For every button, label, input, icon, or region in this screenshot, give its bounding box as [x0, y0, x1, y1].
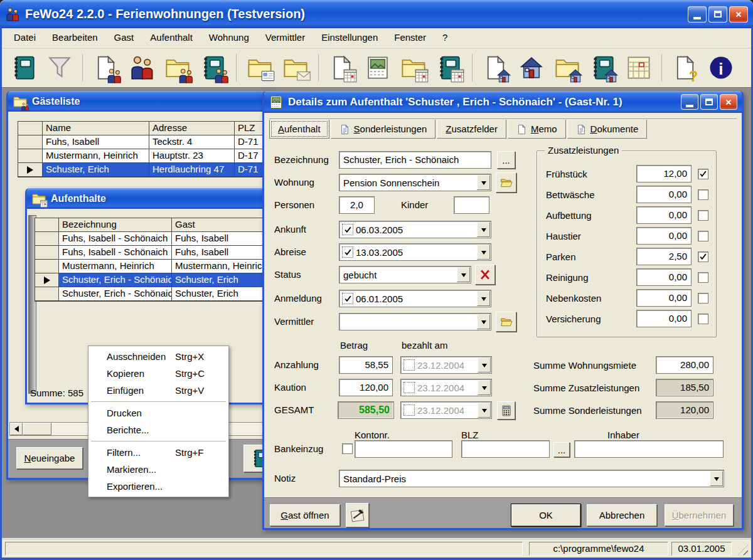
context-menu-item[interactable]: Berichte...	[89, 421, 228, 438]
table-row[interactable]: Schuster, Erich Herdlauchring 47 D-71	[18, 163, 271, 177]
tab-zusatzfelder[interactable]: Zusatzfelder	[437, 119, 506, 139]
vermittler-dropdown-button[interactable]	[477, 314, 490, 329]
ankunft-date-combo[interactable]: 06.03.2005	[339, 221, 491, 238]
gaesteliste-title-bar[interactable]: Gästeliste	[8, 91, 269, 112]
column-header-bezeichnung[interactable]: Bezeichnung	[59, 218, 172, 232]
blz-field[interactable]	[461, 440, 550, 458]
toolbar-apartment-folder-button[interactable]	[549, 50, 585, 86]
uebernehmen-button[interactable]: Übernehmen	[665, 504, 734, 526]
zusatzleistung-amount-field[interactable]: 0,00	[636, 227, 692, 245]
toolbar-new-guest-button[interactable]	[88, 50, 124, 86]
kaution-paid-dropdown-button[interactable]	[478, 380, 491, 395]
table-row[interactable]: Fuhs, Isabell - Schönaich Fuhs, Isabell	[35, 246, 275, 260]
kinder-field[interactable]	[454, 196, 489, 214]
toolbar-stay-list-button[interactable]	[431, 50, 467, 86]
menubar-item[interactable]: Fenster	[386, 28, 434, 47]
abbrechen-button[interactable]: Abbrechen	[587, 504, 657, 526]
ankunft-dropdown-button[interactable]	[477, 222, 490, 237]
anzahlung-paid-dropdown-button[interactable]	[478, 357, 491, 372]
dialog-close-button[interactable]	[720, 94, 737, 110]
toolbar-stay-photo-button[interactable]	[360, 50, 395, 86]
wohnung-open-button[interactable]	[496, 172, 516, 193]
kaution-paid-checkbox[interactable]	[403, 382, 415, 393]
column-header-adresse[interactable]: Adresse	[149, 122, 235, 135]
blz-ellipsis-button[interactable]: ...	[553, 442, 570, 457]
close-button[interactable]	[729, 6, 748, 23]
gesamt-paid-dropdown-button[interactable]	[478, 403, 491, 418]
toolbar-help-button[interactable]	[667, 50, 703, 86]
zusatzleistung-amount-field[interactable]: 12,00	[636, 165, 692, 182]
context-menu-item[interactable]: Einfügen Strg+V	[89, 382, 228, 399]
calculator-button[interactable]	[497, 401, 515, 420]
tab-aufenthalt[interactable]: Aufenthalt	[269, 119, 329, 139]
context-menu-item[interactable]: Markieren...	[89, 461, 228, 478]
kontonr-field[interactable]	[355, 440, 452, 458]
abreise-dropdown-button[interactable]	[477, 245, 490, 260]
menubar-item[interactable]: Datei	[6, 28, 44, 47]
notiz-dropdown-button[interactable]	[710, 471, 723, 486]
tab-memo[interactable]: Memo	[508, 119, 566, 139]
scroll-left-button[interactable]	[10, 423, 23, 435]
gesamt-paid-checkbox[interactable]	[403, 404, 415, 416]
bezeichnung-ellipsis-button[interactable]: ...	[497, 151, 515, 169]
column-header-gast[interactable]: Gast	[172, 218, 275, 232]
notiz-combo[interactable]: Standard-Preis	[339, 470, 724, 487]
vermittler-open-button[interactable]	[496, 312, 516, 332]
vermittler-combo[interactable]	[339, 313, 491, 330]
tab-dokumente[interactable]: Dokumente	[567, 119, 648, 139]
resize-grip[interactable]	[738, 545, 748, 555]
table-row[interactable]: Schuster, Erich - Schönaich Schuster, Er…	[35, 287, 275, 301]
table-row[interactable]: Fuhs, Isabell Teckstr. 4 D-71	[18, 135, 271, 149]
context-menu-item[interactable]: Exportieren...	[89, 478, 228, 495]
zusatzleistung-amount-field[interactable]: 2,50	[636, 248, 692, 265]
zusatzleistung-checkbox[interactable]	[698, 293, 708, 304]
menubar-item[interactable]: Wohnung	[201, 28, 257, 47]
anmeldung-checkbox[interactable]	[342, 293, 353, 304]
menubar-item[interactable]: Bearbeiten	[44, 28, 106, 47]
ok-button[interactable]: OK	[511, 504, 580, 526]
gesamt-paid-date-combo[interactable]: 23.12.2004	[400, 401, 492, 419]
neueingabe-button[interactable]: Neueingabe	[16, 447, 83, 469]
menubar-item[interactable]: Gast	[106, 28, 142, 47]
aufenthalte-title-bar[interactable]: Aufenthalte	[27, 188, 274, 209]
table-row[interactable]: Fuhs, Isabell - Schönaich Fuhs, Isabell	[35, 232, 275, 246]
zusatzleistung-checkbox[interactable]	[698, 210, 708, 221]
menubar-item[interactable]: Vermittler	[257, 28, 313, 47]
anmeldung-dropdown-button[interactable]	[477, 291, 490, 306]
zusatzleistung-checkbox[interactable]	[698, 231, 708, 241]
zusatzleistung-checkbox[interactable]	[698, 251, 708, 262]
toolbar-guest-list-button[interactable]	[195, 50, 231, 86]
column-header-name[interactable]: Name	[43, 122, 149, 135]
toolbar-calendar-button[interactable]	[621, 50, 656, 86]
context-menu-item[interactable]: Drucken	[89, 404, 228, 421]
menubar-item[interactable]: Einstellungen	[313, 28, 386, 47]
wohnung-combo[interactable]: Pension Sonnenschein	[339, 174, 491, 191]
bezeichnung-field[interactable]: Schuster, Erich - Schönaich	[339, 151, 491, 169]
table-row[interactable]: Mustermann, Heinrich Mustermann, Heinric…	[35, 260, 275, 273]
maximize-button[interactable]	[708, 6, 727, 23]
context-menu-item[interactable]: Ausschneiden Strg+X	[89, 348, 228, 365]
bankeinzug-checkbox[interactable]	[342, 443, 353, 454]
main-title-bar[interactable]: FeWo24 2.2.0 - Ferienwohnungen (Testvers…	[0, 0, 753, 28]
inhaber-field[interactable]	[574, 440, 724, 458]
abreise-date-combo[interactable]: 13.03.2005	[339, 243, 491, 261]
anmeldung-date-combo[interactable]: 06.01.2005	[339, 290, 491, 307]
abreise-checkbox[interactable]	[342, 246, 353, 258]
menubar-item[interactable]: Aufenthalt	[142, 28, 201, 47]
toolbar-guest-folder-button[interactable]	[159, 50, 195, 86]
gast-oeffnen-button[interactable]: Gast öffnen	[270, 504, 340, 526]
minimize-button[interactable]	[688, 6, 707, 23]
toolbar-mail-folder-button[interactable]	[277, 50, 313, 86]
toolbar-filter-button[interactable]	[41, 50, 77, 86]
toolbar-documents-folder-button[interactable]	[242, 50, 277, 86]
zusatzleistung-amount-field[interactable]: 0,00	[636, 289, 692, 307]
dialog-maximize-button[interactable]	[700, 94, 718, 110]
zusatzleistung-checkbox[interactable]	[698, 272, 708, 283]
zusatzleistung-amount-field[interactable]: 0,00	[636, 206, 692, 224]
zusatzleistung-checkbox[interactable]	[698, 189, 708, 200]
toolbar-guestbook-button[interactable]	[6, 50, 41, 86]
status-dropdown-button[interactable]	[457, 267, 470, 282]
print-letter-button[interactable]	[346, 503, 369, 527]
table-row[interactable]: Mustermann, Heinrich Hauptstr. 23 D-17	[18, 149, 271, 163]
zusatzleistung-amount-field[interactable]: 0,00	[636, 186, 692, 203]
